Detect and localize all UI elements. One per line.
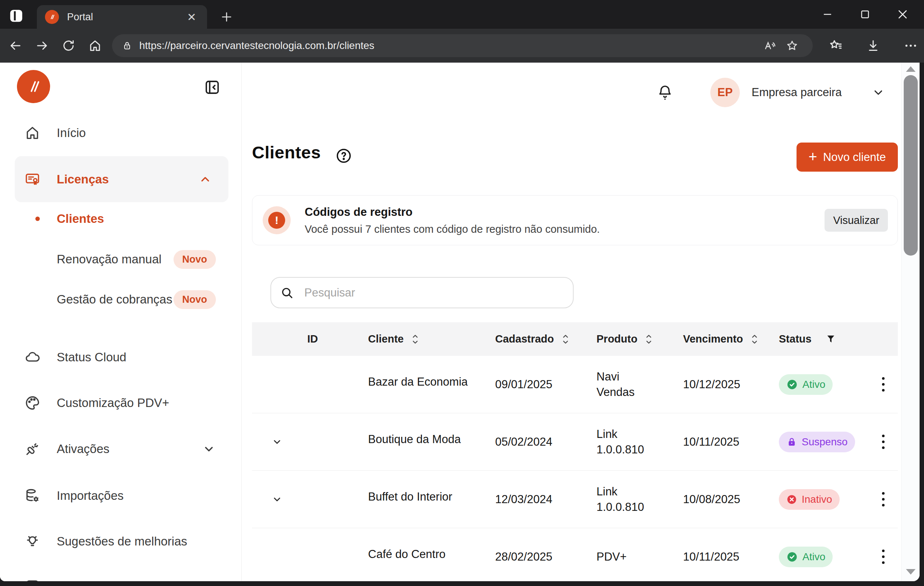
product-name: PDV+ <box>591 549 678 565</box>
check-seal-icon <box>786 551 798 563</box>
column-header-vencimento: Vencimento <box>678 333 773 346</box>
back-button[interactable] <box>2 34 29 57</box>
sort-icon[interactable] <box>644 333 653 346</box>
product-name: Navi Vendas <box>591 369 678 400</box>
tab-close-icon[interactable]: ✕ <box>184 11 199 23</box>
status-badge: Ativo <box>779 546 833 567</box>
sidebar-item-clientes[interactable]: Clientes <box>0 206 242 232</box>
favorites-list-icon[interactable] <box>822 34 849 57</box>
window-minimize-button[interactable] <box>819 6 836 23</box>
sidebar-item-label: Status Cloud <box>57 350 126 364</box>
forward-button[interactable] <box>29 34 55 57</box>
sort-icon[interactable] <box>411 333 420 346</box>
toolbar-right-icons <box>822 34 924 57</box>
sort-icon[interactable] <box>561 333 570 346</box>
new-tab-button[interactable] <box>218 10 235 24</box>
column-header-status: Status <box>773 333 858 345</box>
sidebar-item-status-cloud[interactable]: Status Cloud <box>0 344 242 370</box>
sort-icon[interactable] <box>750 333 759 346</box>
bullet-icon <box>35 217 40 221</box>
sidebar-item-customizacao-pdv[interactable]: Customização PDV+ <box>0 390 242 416</box>
row-menu-button[interactable] <box>858 492 898 507</box>
browser-workspaces-button[interactable] <box>7 7 26 24</box>
table-row[interactable]: Bazar da Economia 09/01/2025 Navi Vendas… <box>252 356 898 413</box>
sidebar-item-partial[interactable] <box>0 573 242 581</box>
read-aloud-icon[interactable] <box>759 35 781 57</box>
sidebar-item-licencas[interactable]: Licenças <box>15 156 228 202</box>
scrollbar-up-arrow[interactable] <box>906 66 916 72</box>
search-box <box>271 277 574 308</box>
sidebar-item-label: Início <box>57 126 86 140</box>
browser-tabstrip: Portal ✕ <box>0 0 924 29</box>
window-close-button[interactable] <box>894 6 911 23</box>
client-cell: Café do Centro <box>363 548 490 566</box>
window-controls <box>819 0 919 29</box>
browser-tab-portal[interactable]: Portal ✕ <box>37 5 207 29</box>
row-expand-toggle[interactable] <box>252 493 302 506</box>
web-page: Início Licenças Clientes Renovação manua… <box>0 63 919 581</box>
row-menu-button[interactable] <box>858 377 898 392</box>
table-row[interactable]: Buffet do Interior 12/03/2024 Link 1.0.0… <box>252 471 898 528</box>
status-cell: Suspenso <box>773 432 858 452</box>
scrollbar-down-arrow[interactable] <box>906 569 916 574</box>
novo-badge: Novo <box>173 290 216 309</box>
account-chevron-down-icon[interactable] <box>871 86 885 99</box>
sidebar: Início Licenças Clientes Renovação manua… <box>0 63 242 581</box>
row-menu-button[interactable] <box>858 550 898 564</box>
notifications-bell-icon[interactable] <box>657 83 673 102</box>
sidebar-item-sugestoes[interactable]: Sugestões de melhorias <box>0 528 242 555</box>
sidebar-item-importacoes[interactable]: Importações <box>0 482 242 509</box>
sidebar-item-renovacao-manual[interactable]: Renovação manual Novo <box>0 246 242 273</box>
alert-message: Você possui 7 clientes com código de reg… <box>305 223 825 235</box>
refresh-button[interactable] <box>55 34 82 57</box>
favorite-star-icon[interactable] <box>781 35 803 57</box>
row-menu-button[interactable] <box>858 435 898 449</box>
address-bar[interactable]: https://parceiro.cervantestecnologia.com… <box>112 34 813 57</box>
novo-badge: Novo <box>173 250 216 269</box>
check-seal-icon <box>786 379 798 390</box>
chevron-down-icon <box>271 493 283 506</box>
window-maximize-button[interactable] <box>857 6 873 23</box>
new-client-button[interactable]: + Novo cliente <box>797 143 898 172</box>
column-header-produto: Produto <box>591 333 678 346</box>
database-icon <box>24 488 41 504</box>
sidebar-item-gestao-cobrancas[interactable]: Gestão de cobranças Novo <box>0 286 242 313</box>
alert-title: Códigos de registro <box>305 206 825 219</box>
help-icon[interactable] <box>335 147 352 164</box>
client-name: Café do Centro <box>368 548 490 561</box>
expiry-date: 10/11/2025 <box>678 435 773 449</box>
row-expand-toggle[interactable] <box>252 436 302 448</box>
table-row[interactable]: Café do Centro 28/02/2025 PDV+ 10/11/202… <box>252 528 898 581</box>
lock-icon <box>786 436 797 448</box>
chevron-down-icon <box>271 436 283 448</box>
filter-icon[interactable] <box>825 333 837 345</box>
page-scrollbar[interactable] <box>901 63 919 581</box>
account-avatar[interactable]: EP <box>710 78 740 107</box>
more-menu-icon[interactable] <box>898 34 924 57</box>
browser-toolbar: https://parceiro.cervantestecnologia.com… <box>0 29 924 63</box>
scrollbar-thumb[interactable] <box>904 75 918 256</box>
home-button[interactable] <box>82 34 108 57</box>
status-badge: Suspenso <box>779 432 855 452</box>
registered-date: 05/02/2024 <box>490 435 591 449</box>
search-icon <box>280 286 294 300</box>
workspaces-icon <box>8 7 25 24</box>
expiry-date: 10/12/2025 <box>678 378 773 391</box>
clients-table: ID Cliente Cadastrado Produto Vencimento <box>252 322 898 581</box>
table-header: ID Cliente Cadastrado Produto Vencimento <box>252 322 898 356</box>
page-title: Clientes <box>252 142 321 163</box>
account-name: Empresa parceira <box>752 86 842 99</box>
url-text: https://parceiro.cervantestecnologia.com… <box>139 40 759 51</box>
registered-date: 28/02/2025 <box>490 550 591 563</box>
view-codes-button[interactable]: Visualizar <box>825 209 888 232</box>
palette-icon <box>24 395 41 411</box>
sidebar-collapse-button[interactable] <box>202 77 222 97</box>
search-input[interactable] <box>304 286 564 300</box>
expiry-date: 10/11/2025 <box>678 550 773 563</box>
sidebar-item-ativacoes[interactable]: Ativações <box>0 436 242 462</box>
table-row[interactable]: Boutique da Moda 05/02/2024 Link 1.0.0.8… <box>252 413 898 471</box>
client-name: Boutique da Moda <box>368 433 490 446</box>
downloads-icon[interactable] <box>860 34 886 57</box>
partial-icon <box>24 578 41 581</box>
sidebar-item-inicio[interactable]: Início <box>0 120 242 146</box>
